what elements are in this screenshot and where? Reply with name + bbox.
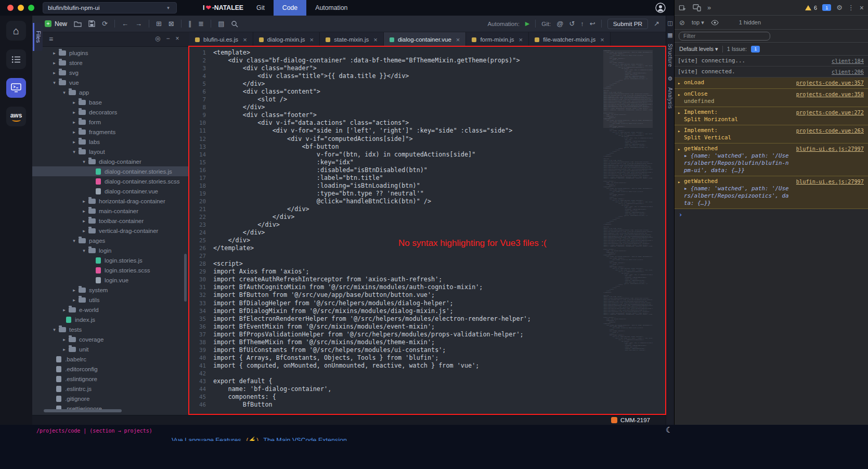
back-icon[interactable]: ←	[122, 20, 128, 28]
save-icon[interactable]	[88, 20, 95, 27]
source-link[interactable]: projects-code.vue:358	[796, 90, 864, 98]
collapse-tree-icon[interactable]: −	[166, 35, 170, 42]
tree-file-login.vue[interactable]: login.vue	[32, 275, 188, 285]
tree-menu-icon[interactable]: ≡	[49, 35, 53, 43]
editor-tab[interactable]: dialog-mixin.js×	[253, 32, 320, 47]
close-window-button[interactable]	[7, 5, 14, 11]
structure-icon[interactable]: ▦	[667, 32, 672, 38]
close-icon[interactable]: ×	[519, 36, 523, 44]
device-toolbar-icon[interactable]	[693, 4, 701, 11]
tree-file-dialog-container.vue[interactable]: dialog-container.vue	[32, 186, 188, 196]
close-icon[interactable]: ×	[243, 36, 247, 44]
panel-toggle-icon[interactable]: ◫	[667, 20, 672, 27]
tree-folder-labs[interactable]: ▸labs	[32, 137, 188, 147]
devtools-settings-icon[interactable]: ⚙	[836, 4, 843, 11]
tree-folder-vue[interactable]: ▾vue	[32, 77, 188, 87]
new-button[interactable]: +New	[45, 20, 67, 28]
tree-folder-fragments[interactable]: ▸fragments	[32, 127, 188, 137]
tree-folder-utils[interactable]: ▸utils	[32, 295, 188, 305]
expand-triangle-icon[interactable]: ▸	[678, 127, 684, 135]
tree-folder-horizontal-drag-container[interactable]: ▸horizontal-drag-container	[32, 196, 188, 206]
source-link[interactable]: projects-code.vue:272	[796, 109, 864, 116]
home-button[interactable]: ⌂	[6, 21, 26, 41]
tree-folder-base[interactable]: ▸base	[32, 97, 188, 107]
tree-folder-e-world[interactable]: ▸e-world	[32, 305, 188, 315]
tree-folder-tests[interactable]: ▾tests	[32, 324, 188, 334]
tree-folder-dialog-container[interactable]: ▾dialog-container	[32, 157, 188, 166]
tree-file-login.stories.js[interactable]: login.stories.js	[32, 255, 188, 265]
expand-triangle-icon[interactable]: ▸	[678, 90, 684, 98]
issue-count-badge[interactable]: 1	[751, 46, 760, 53]
tree-folder-app[interactable]: ▾app	[32, 87, 188, 97]
titlebar-tab-git[interactable]: Git	[248, 0, 274, 16]
editor-tab[interactable]: file-watcher-mixin.js×	[529, 32, 611, 47]
source-link[interactable]: projects-code.vue:357	[796, 79, 864, 86]
tree-file-.editorconfig[interactable]: .editorconfig	[32, 364, 188, 374]
refresh-icon[interactable]: ⟳	[102, 20, 108, 28]
close-panel-icon[interactable]: ⊠	[169, 20, 174, 28]
titlebar-tab-code[interactable]: Code	[274, 0, 306, 16]
context-selector[interactable]: top ▾	[692, 19, 704, 26]
tree-folder-store[interactable]: ▸store	[32, 58, 188, 68]
analysis-tab[interactable]: Analysis	[667, 87, 673, 109]
tree-folder-plugins[interactable]: ▸plugins	[32, 48, 188, 58]
clear-console-icon[interactable]: ⊘	[679, 19, 685, 27]
close-tree-icon[interactable]: ×	[176, 35, 179, 42]
more-tabs-icon[interactable]: »	[707, 4, 711, 11]
ticket-badge[interactable]: CMM-2197	[611, 417, 650, 423]
tree-file-login.stories.scss[interactable]: login.stories.scss	[32, 265, 188, 275]
git-undo-icon[interactable]: ↩	[590, 20, 595, 28]
editor-tab[interactable]: state-mixin.js×	[320, 32, 384, 47]
source-link[interactable]: client:184	[832, 57, 864, 64]
console-filter-input[interactable]	[679, 32, 770, 41]
aws-button[interactable]: aws	[6, 107, 26, 126]
tree-folder-coverage[interactable]: ▸coverage	[32, 334, 188, 344]
split-icon[interactable]: ∥	[188, 20, 192, 28]
files-panel-tab[interactable]: Files	[33, 23, 43, 51]
locate-file-icon[interactable]: ◎	[155, 35, 160, 42]
minimap[interactable]: <template> <div class="bf-dialog-contain…	[603, 50, 653, 351]
tree-file-.eslintrc.js[interactable]: .eslintrc.js	[32, 384, 188, 394]
tree-file-index.js[interactable]: index.js	[32, 315, 188, 324]
console-prompt[interactable]: ›	[675, 209, 868, 220]
tree-file-dialog-container.stories.js[interactable]: dialog-container.stories.js	[32, 166, 188, 176]
tree-file-.babelrc[interactable]: .babelrc	[32, 354, 188, 364]
minimize-window-button[interactable]	[18, 5, 24, 11]
submit-pr-button[interactable]: Submit PR	[607, 19, 648, 29]
issues-badge[interactable]: 1	[822, 4, 831, 11]
close-icon[interactable]: ×	[310, 36, 314, 44]
search-icon[interactable]	[231, 20, 238, 28]
devtools-close-icon[interactable]: ×	[860, 4, 864, 12]
source-link[interactable]: projects-code.vue:263	[796, 127, 864, 134]
lines-icon[interactable]: ≣	[198, 20, 204, 28]
code-editor[interactable]: 1<template>2 <div class="bf-dialog-conta…	[188, 46, 666, 415]
grid-view-icon[interactable]: ▤	[218, 20, 224, 28]
background-link[interactable]: Vue Language Features	[172, 437, 241, 441]
avatar[interactable]	[655, 3, 666, 13]
titlebar-tab-automation[interactable]: Automation	[306, 0, 356, 16]
close-icon[interactable]: ×	[600, 36, 604, 44]
tree-horizontal-scrollbar[interactable]	[44, 409, 122, 412]
tree-folder-form[interactable]: ▸form	[32, 117, 188, 127]
open-folder-icon[interactable]	[74, 21, 82, 27]
devtools-kebab-icon[interactable]: ⋮	[848, 4, 854, 11]
repo-selector[interactable]: blufin/blufin-npm-ui ▾	[43, 2, 177, 14]
editor-tab[interactable]: form-mixin.js×	[466, 32, 529, 47]
tree-file-.gitignore[interactable]: .gitignore	[32, 394, 188, 403]
editor-tab[interactable]: blufin-ui.es.js×	[189, 32, 253, 47]
expand-triangle-icon[interactable]: ▸	[678, 145, 684, 153]
source-link[interactable]: blufin-ui.es.js:27997	[796, 145, 864, 152]
tree-folder-system[interactable]: ▸system	[32, 285, 188, 295]
source-link[interactable]: blufin-ui.es.js:27997	[796, 178, 864, 185]
expand-triangle-icon[interactable]: ▸	[678, 79, 684, 87]
tree-folder-decorators[interactable]: ▸decorators	[32, 107, 188, 117]
source-link[interactable]: client:206	[832, 68, 864, 75]
git-history-icon[interactable]: ↺	[569, 20, 575, 28]
tree-folder-main-container[interactable]: ▸main-container	[32, 206, 188, 216]
eye-icon[interactable]	[711, 20, 719, 25]
forward-icon[interactable]: →	[135, 20, 142, 28]
git-remote-icon[interactable]: @	[556, 20, 563, 28]
expand-panel-icon[interactable]: ⊞	[156, 20, 162, 28]
tree-folder-toolbar-container[interactable]: ▸toolbar-container	[32, 216, 188, 226]
gear-icon[interactable]: ⚙	[668, 75, 673, 82]
